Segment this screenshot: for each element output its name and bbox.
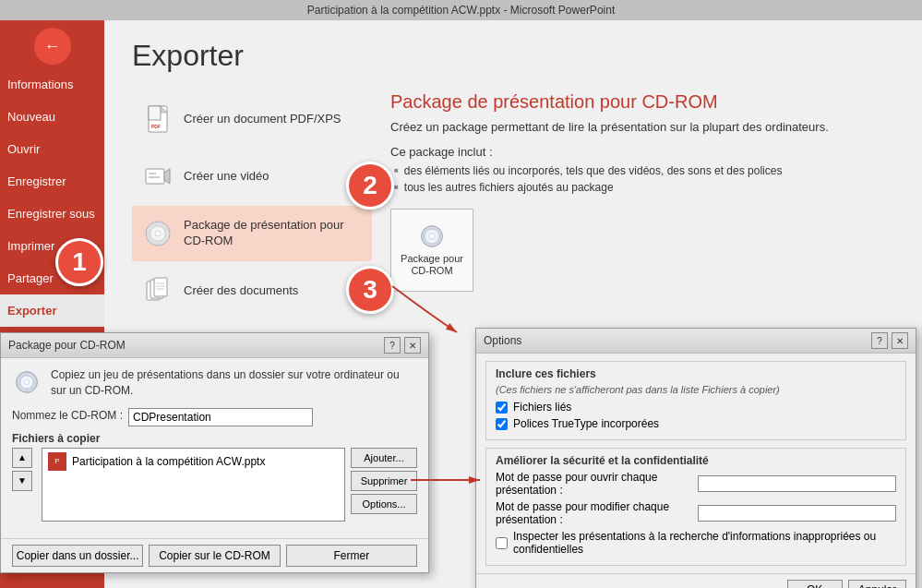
- sidebar-item-enregistrer[interactable]: Enregistrer: [0, 165, 104, 198]
- dialog-package-help-button[interactable]: ?: [384, 337, 401, 354]
- option-video[interactable]: Créer une vidéo: [132, 149, 372, 204]
- dialog-options-title-buttons: ? ✕: [871, 332, 908, 349]
- option-documents[interactable]: Créer des documents: [132, 263, 372, 318]
- svg-rect-14: [154, 278, 167, 296]
- ok-button[interactable]: OK: [787, 580, 843, 588]
- password-modify-label: Mot de passe pour modifier chaque présen…: [496, 500, 692, 526]
- annuler-button[interactable]: Annuler: [848, 580, 906, 588]
- svg-rect-7: [149, 176, 160, 178]
- docs-icon: [141, 274, 174, 307]
- option-package-label: Package de présentation pour CD-ROM: [184, 218, 363, 249]
- option-list: PDF Créer un document PDF/XPS: [132, 91, 372, 318]
- cd-button-label: Package pourCD-ROM: [401, 253, 463, 277]
- sidebar-item-exporter[interactable]: Exporter: [0, 294, 104, 327]
- checkbox-polices: Polices TrueType incorporées: [496, 417, 896, 430]
- cd-rom-button[interactable]: Package pourCD-ROM: [390, 209, 473, 292]
- password-modify-input[interactable]: [698, 505, 896, 522]
- dialog-cd-icon: [12, 367, 42, 397]
- dialog-package-footer: Copier dans un dossier... Copier sur le …: [1, 538, 428, 572]
- sidebar-item-informations[interactable]: Informations: [0, 68, 104, 101]
- password-modify-row: Mot de passe pour modifier chaque présen…: [496, 500, 896, 526]
- arrow-buttons: ▲ ▼: [12, 448, 32, 522]
- ajouter-button[interactable]: Ajouter...: [351, 448, 417, 468]
- password-open-label: Mot de passe pour ouvrir chaque présenta…: [496, 471, 692, 497]
- option-documents-label: Créer des documents: [184, 283, 298, 299]
- back-button[interactable]: ←: [34, 28, 71, 65]
- dialog-package-body: Copiez un jeu de présentations dans un d…: [1, 358, 428, 538]
- sidebar-item-enregistrer-sous[interactable]: Enregistrer sous: [0, 198, 104, 230]
- detail-list-item-2: tous les autres fichiers ajoutés au pack…: [390, 181, 876, 194]
- move-up-button[interactable]: ▲: [12, 448, 32, 468]
- video-icon: [141, 160, 174, 193]
- detail-list-item-1: des éléments liés ou incorporés, tels qu…: [390, 164, 876, 177]
- page-title: Exporter: [132, 39, 894, 73]
- security-title: Améliorer la sécurité et la confidential…: [496, 454, 896, 467]
- dialog-package-description: Copiez un jeu de présentations dans un d…: [51, 367, 417, 399]
- file-name: Participation à la compétition ACW.pptx: [72, 455, 265, 468]
- svg-rect-1: [149, 106, 161, 120]
- package-cd-icon: [141, 217, 174, 250]
- badge-2: 2: [346, 162, 394, 210]
- back-icon: ←: [44, 37, 61, 56]
- checkbox-inspecter: Inspecter les présentations à la recherc…: [496, 530, 896, 556]
- badge-3: 3: [346, 266, 394, 314]
- checkbox-polices-input[interactable]: [496, 418, 508, 430]
- dialog-files-label: Fichiers à copier: [12, 432, 100, 445]
- dialog-name-input[interactable]: [128, 408, 313, 426]
- checkbox-polices-label: Polices TrueType incorporées: [513, 417, 659, 430]
- file-item: P Participation à la compétition ACW.ppt…: [44, 450, 342, 473]
- svg-marker-5: [164, 169, 170, 184]
- sidebar-item-nouveau[interactable]: Nouveau: [0, 101, 104, 133]
- option-pdf[interactable]: PDF Créer un document PDF/XPS: [132, 91, 372, 147]
- sidebar-item-ouvrir[interactable]: Ouvrir: [0, 133, 104, 165]
- dialog-package-close-button[interactable]: ✕: [404, 337, 421, 354]
- dialog-options: Options ? ✕ Inclure ces fichiers (Ces fi…: [475, 328, 916, 588]
- dialog-options-close-button[interactable]: ✕: [892, 332, 908, 349]
- include-files-subtitle: (Ces fichiers ne s'afficheront pas dans …: [496, 384, 896, 395]
- cd-button-wrapper: Package pourCD-ROM: [390, 209, 876, 292]
- checkbox-fichiers-lies-input[interactable]: [496, 402, 508, 414]
- cd-button-icon: [419, 223, 445, 249]
- dialog-package-desc-row: Copiez un jeu de présentations dans un d…: [12, 367, 417, 399]
- dialog-options-titlebar: Options ? ✕: [476, 329, 916, 354]
- options-footer: OK Annuler: [476, 573, 916, 588]
- checkbox-inspecter-label: Inspecter les présentations à la recherc…: [513, 530, 896, 556]
- option-package[interactable]: Package de présentation pour CD-ROM: [132, 206, 372, 261]
- dialog-options-help-button[interactable]: ?: [871, 332, 888, 349]
- detail-title: Package de présentation pour CD-ROM: [390, 91, 876, 113]
- checkbox-fichiers-lies: Fichiers liés: [496, 401, 896, 414]
- include-files-section: Inclure ces fichiers (Ces fichiers ne s'…: [485, 361, 906, 440]
- svg-point-26: [24, 379, 29, 384]
- files-buttons: Ajouter... Supprimer Options...: [351, 448, 417, 522]
- dialog-package-titlebar: Package pour CD-ROM ? ✕: [1, 333, 428, 358]
- dialog-title-buttons: ? ✕: [384, 337, 421, 354]
- option-pdf-label: Créer un document PDF/XPS: [184, 112, 341, 127]
- badge-1: 1: [55, 238, 103, 286]
- title-bar-text: Participation à la compétition ACW.pptx …: [307, 4, 615, 17]
- include-files-title: Inclure ces fichiers: [496, 367, 896, 380]
- supprimer-button[interactable]: Supprimer: [351, 471, 417, 491]
- options-button[interactable]: Options...: [351, 494, 417, 514]
- svg-rect-6: [149, 173, 156, 174]
- move-down-button[interactable]: ▼: [12, 471, 32, 491]
- dialog-options-title: Options: [484, 334, 521, 347]
- pdf-icon: PDF: [141, 102, 174, 136]
- svg-point-10: [155, 231, 161, 236]
- files-list: P Participation à la compétition ACW.ppt…: [42, 448, 345, 522]
- option-video-label: Créer une vidéo: [184, 169, 269, 185]
- dialog-package: Package pour CD-ROM ? ✕ Copiez un jeu de…: [0, 332, 429, 573]
- detail-description: Créez un package permettant de lire la p…: [390, 120, 876, 134]
- checkbox-fichiers-lies-label: Fichiers liés: [513, 401, 571, 414]
- export-options: PDF Créer un document PDF/XPS: [132, 91, 894, 318]
- dialog-package-title: Package pour CD-ROM: [8, 339, 126, 352]
- detail-panel: Package de présentation pour CD-ROM Crée…: [372, 91, 894, 318]
- password-open-input[interactable]: [698, 475, 896, 492]
- copy-folder-button[interactable]: Copier dans un dossier...: [12, 545, 143, 567]
- svg-point-20: [429, 234, 435, 239]
- security-section: Améliorer la sécurité et la confidential…: [485, 448, 906, 566]
- checkbox-inspecter-input[interactable]: [496, 537, 508, 549]
- password-open-row: Mot de passe pour ouvrir chaque présenta…: [496, 471, 896, 497]
- copy-cd-button[interactable]: Copier sur le CD-ROM: [149, 545, 280, 567]
- fermer-button[interactable]: Fermer: [286, 545, 417, 567]
- detail-includes-label: Ce package inclut :: [390, 145, 876, 159]
